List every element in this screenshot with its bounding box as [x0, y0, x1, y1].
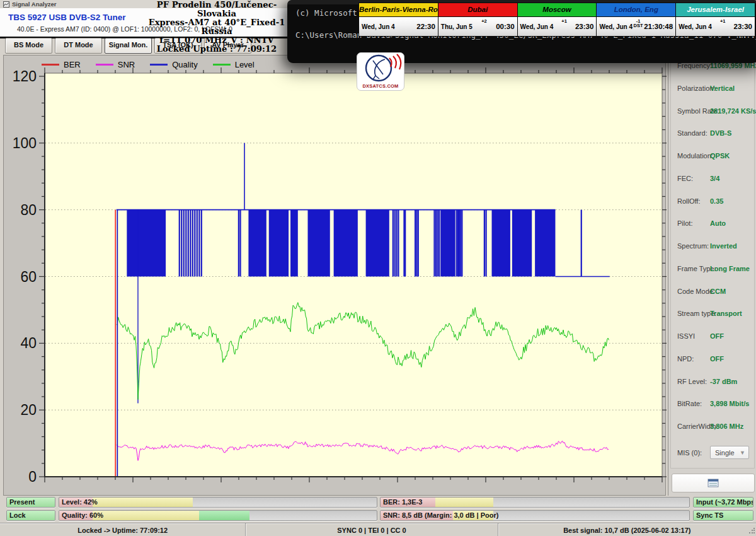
clock-offset: +1 [720, 19, 726, 23]
clock-time: 22:30 [416, 23, 435, 30]
param-value: Long Frame [710, 265, 750, 272]
param-label: FEC: [677, 175, 693, 182]
statusbar-cell: SYNC 0 | TEI 0 | CC 0 [246, 523, 498, 536]
world-clocks-panel: Berlin-Paris-Vienna-RomaWed, Jun 422:30D… [358, 3, 755, 37]
param-row: CarrierWidth:3,806 MHz [671, 422, 754, 431]
signal-chart-panel: BERSNRQualityLevel 020406080100120 DXSAT… [3, 55, 666, 496]
mis-select[interactable]: Single▼ [710, 446, 749, 459]
progress-label: Present [9, 498, 35, 506]
progress-segment [199, 511, 250, 520]
tab-bs-mode[interactable]: BS Mode [5, 38, 52, 54]
progress-label: SNR: 8,5 dB (Margin: 3,0 dB | Poor) [383, 511, 498, 519]
param-value: -37 dBm [710, 378, 737, 385]
clock-offset: +1 [561, 19, 567, 23]
clock-moscow: MoscowWed, Jun 4+123:30 [517, 3, 597, 36]
param-label: NPD: [677, 355, 694, 363]
param-row: Spectrum:Inverted [671, 242, 754, 251]
legend-label: SNR [118, 60, 135, 69]
legend-item-quality: Quality [150, 60, 197, 69]
clock-offset: -1DST [634, 19, 643, 28]
param-row: Pilot:Auto [671, 219, 754, 228]
param-value: Transport [710, 310, 742, 317]
legend-swatch [42, 64, 59, 66]
svg-text:100: 100 [13, 135, 37, 151]
clock-city: Jerusalem-Israel [676, 3, 755, 17]
param-value: 0.35 [710, 197, 723, 205]
tuner-name: TBS 5927 USB DVB-S2 Tuner [8, 13, 126, 22]
param-row: Symbol Rate:2819,724 KS/s [671, 107, 754, 116]
legend-label: BER [64, 60, 81, 69]
svg-text:60: 60 [20, 269, 37, 285]
param-label: BitRate: [677, 400, 702, 407]
overlay-line: PF Prodelin 450/Lučenec-Slovakia [145, 1, 289, 18]
progress-segment [435, 498, 494, 507]
progress-label: Lock [9, 511, 26, 519]
param-value: 3,806 MHz [710, 422, 743, 430]
legend-swatch [150, 64, 168, 66]
overlay-line: Express-AM7 at 40°E_Fixed-1 Russia [145, 18, 289, 36]
legend-item-level: Level [213, 60, 255, 69]
param-label: MIS (0): [677, 449, 702, 457]
chevron-down-icon: ▼ [740, 446, 745, 459]
clock-city: London, Eng [597, 3, 675, 17]
clock-offset: +2 [481, 19, 487, 23]
chart-legend: BERSNRQualityLevel [42, 57, 255, 72]
progress-bar-level: Level: 42% [59, 497, 377, 508]
clock-dubai: DubaiThu, Jun 5+200:30 [438, 3, 517, 36]
param-row: ISSYIOFF [671, 332, 754, 341]
svg-text:0: 0 [28, 469, 37, 485]
statusbar-cell: Best signal: 10,7 dB (2025-06-02 13:17) [498, 523, 756, 536]
param-value: QPSK [710, 152, 730, 160]
param-label: Pilot: [677, 219, 692, 227]
svg-text:20: 20 [20, 402, 37, 418]
param-label: Modulation: [677, 152, 713, 160]
clock-berlin-paris-vienna-roma: Berlin-Paris-Vienna-RomaWed, Jun 422:30 [359, 3, 438, 36]
param-value: Vertical [710, 84, 735, 92]
param-value: 2819,724 KS/s [710, 107, 756, 115]
clock-time-row: Wed, Jun 422:30 [359, 17, 438, 36]
clock-time-row: Wed, Jun 4-1DST21:30:48 [597, 17, 675, 36]
satellite-dish-icon [358, 53, 403, 82]
window-title: Signal Analyzer [12, 1, 56, 8]
clock-city: Dubai [438, 3, 517, 17]
param-value: 3,898 Mbit/s [710, 400, 749, 407]
legend-swatch [213, 64, 231, 66]
clock-time: 23:30 [734, 23, 752, 30]
legend-item-ber: BER [42, 60, 81, 69]
param-value: 3/4 [710, 175, 719, 182]
progress-label: Input (~3,72 Mbps) [696, 498, 753, 506]
progress-label: BER: 1,3E-3 [383, 498, 422, 506]
clock-time: 23:30 [575, 23, 593, 30]
statusbar: Locked -> Uptime: 77:09:12SYNC 0 | TEI 0… [0, 523, 756, 536]
progress-bar-lock: Lock [6, 510, 55, 521]
logo-text: DXSATCS.COM [357, 83, 404, 89]
overlay-line: f=11 070 MHz_V : NNTV [145, 36, 289, 45]
parameters-sidebar: Frequency:11069,959 MHzPolarization:Vert… [668, 55, 756, 496]
signal-progress-bars: PresentLevel: 42%BER: 1,3E-3Input (~3,72… [0, 497, 756, 522]
clock-time: 21:30:48 [644, 23, 673, 30]
param-value: Auto [710, 219, 726, 227]
param-row: NPD:OFF [671, 355, 754, 364]
progress-label: Level: 42% [62, 498, 98, 506]
param-row: FEC:3/4 [671, 175, 754, 184]
clock-city: Moscow [518, 3, 597, 17]
clock-date: Wed, Jun 4 [599, 23, 633, 30]
param-value: DVB-S [710, 129, 731, 137]
param-label: Standard: [677, 129, 707, 137]
clock-time: 00:30 [496, 23, 514, 30]
param-row: Frequency:11069,959 MHz [671, 62, 754, 71]
progress-segment [93, 498, 193, 507]
progress-label: Quality: 60% [62, 511, 103, 519]
param-row: Polarization:Vertical [671, 84, 754, 93]
progress-bar-quality: Quality: 60% [59, 510, 377, 521]
progress-bar-snr: SNR: 8,5 dB (Margin: 3,0 dB | Poor) [380, 510, 690, 521]
progress-label: Sync TS [696, 511, 723, 519]
sidebar-tool-button[interactable] [672, 474, 755, 492]
param-value: CCM [710, 288, 726, 295]
clock-city: Berlin-Paris-Vienna-Roma [359, 3, 438, 17]
signal-history-chart: 020406080100120 [4, 55, 667, 496]
tab-dt-mode[interactable]: DT Mode [55, 38, 102, 54]
clock-date: Wed, Jun 4 [362, 23, 395, 30]
resize-grip[interactable] [748, 528, 755, 534]
station-overlay-header: PF Prodelin 450/Lučenec-Slovakia Express… [145, 1, 289, 54]
